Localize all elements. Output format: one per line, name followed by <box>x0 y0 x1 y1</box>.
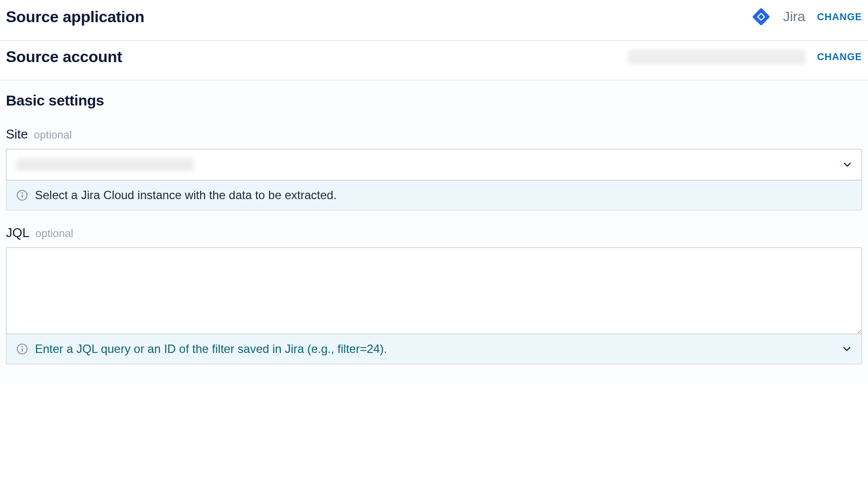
site-help-row: Select a Jira Cloud instance with the da… <box>6 180 862 210</box>
jql-help-left: Enter a JQL query or an ID of the filter… <box>16 342 387 356</box>
site-field-group: Site optional Select a Jira Cloud instan… <box>6 127 862 210</box>
source-account-section: Source account CHANGE <box>0 41 868 80</box>
site-select-wrap <box>6 149 862 180</box>
svg-rect-8 <box>22 348 23 352</box>
change-application-button[interactable]: CHANGE <box>817 11 862 23</box>
site-help-text: Select a Jira Cloud instance with the da… <box>35 188 336 202</box>
source-account-title: Source account <box>6 48 122 66</box>
jql-label-row: JQL optional <box>6 225 862 241</box>
jql-textarea[interactable] <box>6 247 862 334</box>
site-label-row: Site optional <box>6 127 862 142</box>
jql-help-row[interactable]: Enter a JQL query or an ID of the filter… <box>6 334 862 364</box>
info-icon <box>16 343 28 355</box>
basic-settings-section: Basic settings Site optional Select a Ji… <box>0 80 868 385</box>
basic-settings-title: Basic settings <box>6 92 862 109</box>
source-application-right: Jira CHANGE <box>751 7 862 27</box>
source-account-value-redacted <box>628 50 805 65</box>
source-application-title: Source application <box>6 8 144 26</box>
site-optional-badge: optional <box>34 129 72 141</box>
source-application-name: Jira <box>783 9 805 25</box>
svg-rect-5 <box>22 195 23 198</box>
chevron-down-icon <box>842 344 852 354</box>
source-account-right: CHANGE <box>628 50 862 65</box>
site-select-value-redacted <box>16 158 194 171</box>
change-account-button[interactable]: CHANGE <box>817 51 862 63</box>
jql-textarea-wrap <box>6 247 862 334</box>
jql-field-group: JQL optional Enter a JQL query or an ID … <box>6 225 862 364</box>
jira-icon <box>751 7 771 27</box>
site-select[interactable] <box>6 149 862 180</box>
jql-optional-badge: optional <box>35 227 73 240</box>
svg-point-7 <box>22 346 23 348</box>
source-application-section: Source application Jira CHANGE <box>0 0 868 41</box>
source-account-row: Source account CHANGE <box>6 48 862 66</box>
source-application-row: Source application Jira CHANGE <box>6 7 862 27</box>
site-label: Site <box>6 127 28 142</box>
jql-label: JQL <box>6 225 30 241</box>
jql-help-text: Enter a JQL query or an ID of the filter… <box>35 342 387 356</box>
svg-point-4 <box>22 192 23 194</box>
info-icon <box>16 189 28 201</box>
